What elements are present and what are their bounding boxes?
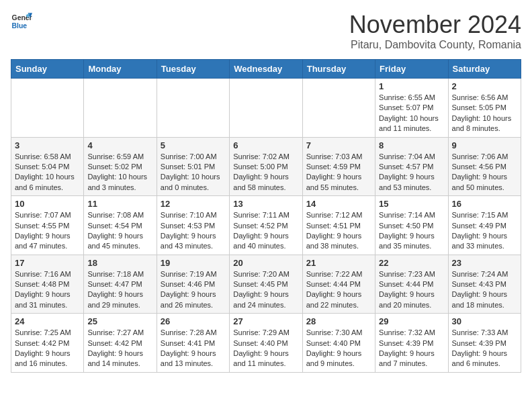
day-header-friday: Friday bbox=[375, 60, 448, 79]
day-info: Sunset: 4:44 PM bbox=[306, 279, 371, 289]
calendar-cell: 3Sunrise: 6:58 AMSunset: 5:04 PMDaylight… bbox=[11, 137, 84, 196]
day-info: Daylight: 10 hours and 11 minutes. bbox=[379, 113, 444, 134]
day-info: Sunrise: 7:12 AM bbox=[306, 210, 371, 220]
calendar-cell: 19Sunrise: 7:19 AMSunset: 4:46 PMDayligh… bbox=[157, 255, 229, 314]
calendar-cell: 14Sunrise: 7:12 AMSunset: 4:51 PMDayligh… bbox=[302, 196, 375, 255]
calendar-cell: 17Sunrise: 7:16 AMSunset: 4:48 PMDayligh… bbox=[11, 255, 84, 314]
day-info: Daylight: 9 hours and 40 minutes. bbox=[233, 231, 298, 252]
day-info: Daylight: 10 hours and 0 minutes. bbox=[161, 172, 226, 193]
day-number: 30 bbox=[452, 316, 517, 326]
day-number: 15 bbox=[379, 199, 444, 209]
calendar-cell: 4Sunrise: 6:59 AMSunset: 5:02 PMDaylight… bbox=[84, 137, 157, 196]
day-header-monday: Monday bbox=[84, 60, 157, 79]
day-info: Sunset: 4:40 PM bbox=[306, 338, 371, 349]
day-number: 27 bbox=[233, 316, 298, 326]
day-info: Daylight: 9 hours and 50 minutes. bbox=[452, 172, 517, 193]
day-header-saturday: Saturday bbox=[448, 60, 521, 79]
calendar-cell: 30Sunrise: 7:33 AMSunset: 4:39 PMDayligh… bbox=[448, 314, 521, 373]
location-title: Pitaru, Dambovita County, Romania bbox=[349, 39, 521, 51]
day-number: 26 bbox=[161, 316, 226, 326]
day-info: Sunset: 4:48 PM bbox=[15, 279, 80, 289]
calendar-cell: 13Sunrise: 7:11 AMSunset: 4:52 PMDayligh… bbox=[230, 196, 302, 255]
calendar-cell bbox=[302, 79, 375, 138]
day-info: Sunrise: 7:25 AM bbox=[15, 328, 80, 338]
day-number: 7 bbox=[306, 140, 371, 150]
day-info: Daylight: 10 hours and 3 minutes. bbox=[87, 172, 152, 193]
day-info: Sunrise: 7:15 AM bbox=[452, 210, 517, 220]
calendar-cell: 27Sunrise: 7:29 AMSunset: 4:40 PMDayligh… bbox=[230, 314, 302, 373]
day-info: Sunrise: 7:24 AM bbox=[452, 269, 517, 279]
days-row: SundayMondayTuesdayWednesdayThursdayFrid… bbox=[11, 60, 521, 79]
calendar-cell: 8Sunrise: 7:04 AMSunset: 4:57 PMDaylight… bbox=[375, 137, 448, 196]
calendar-cell: 26Sunrise: 7:28 AMSunset: 4:41 PMDayligh… bbox=[157, 314, 229, 373]
day-number: 22 bbox=[379, 258, 444, 268]
day-number: 23 bbox=[452, 258, 517, 268]
day-info: Daylight: 9 hours and 6 minutes. bbox=[452, 349, 517, 369]
day-number: 24 bbox=[15, 316, 80, 326]
day-info: Sunrise: 7:23 AM bbox=[379, 269, 444, 279]
day-info: Sunrise: 7:03 AM bbox=[306, 152, 371, 162]
day-info: Daylight: 9 hours and 9 minutes. bbox=[306, 349, 371, 369]
calendar-cell bbox=[157, 79, 229, 138]
day-info: Sunrise: 6:55 AM bbox=[379, 93, 444, 103]
day-info: Sunrise: 7:06 AM bbox=[452, 152, 517, 162]
calendar-cell: 23Sunrise: 7:24 AMSunset: 4:43 PMDayligh… bbox=[448, 255, 521, 314]
calendar-cell: 10Sunrise: 7:07 AMSunset: 4:55 PMDayligh… bbox=[11, 196, 84, 255]
calendar-cell bbox=[230, 79, 302, 138]
day-info: Daylight: 9 hours and 58 minutes. bbox=[233, 172, 298, 193]
day-info: Sunrise: 7:32 AM bbox=[379, 328, 444, 338]
logo-icon: General Blue bbox=[11, 11, 32, 32]
day-info: Sunset: 4:50 PM bbox=[379, 221, 444, 231]
day-number: 20 bbox=[233, 258, 298, 268]
day-info: Sunset: 4:55 PM bbox=[15, 221, 80, 231]
day-info: Sunset: 5:01 PM bbox=[161, 162, 226, 172]
day-info: Daylight: 10 hours and 6 minutes. bbox=[15, 172, 80, 193]
day-info: Sunrise: 7:16 AM bbox=[15, 269, 80, 279]
day-info: Sunset: 4:39 PM bbox=[452, 338, 517, 349]
day-info: Sunset: 4:53 PM bbox=[161, 221, 226, 231]
calendar-cell: 16Sunrise: 7:15 AMSunset: 4:49 PMDayligh… bbox=[448, 196, 521, 255]
day-number: 19 bbox=[161, 258, 226, 268]
day-info: Daylight: 9 hours and 7 minutes. bbox=[379, 349, 444, 369]
day-info: Sunset: 4:43 PM bbox=[452, 279, 517, 289]
calendar-cell bbox=[11, 79, 84, 138]
calendar-cell: 5Sunrise: 7:00 AMSunset: 5:01 PMDaylight… bbox=[157, 137, 229, 196]
day-info: Sunrise: 7:30 AM bbox=[306, 328, 371, 338]
day-info: Daylight: 9 hours and 13 minutes. bbox=[161, 349, 226, 369]
day-info: Sunset: 5:05 PM bbox=[452, 103, 517, 113]
day-info: Sunrise: 7:22 AM bbox=[306, 269, 371, 279]
calendar-cell: 6Sunrise: 7:02 AMSunset: 5:00 PMDaylight… bbox=[230, 137, 302, 196]
svg-text:Blue: Blue bbox=[12, 22, 28, 30]
day-info: Sunrise: 7:07 AM bbox=[15, 210, 80, 220]
day-number: 14 bbox=[306, 199, 371, 209]
day-info: Daylight: 9 hours and 18 minutes. bbox=[452, 289, 517, 310]
day-info: Daylight: 9 hours and 35 minutes. bbox=[379, 231, 444, 252]
calendar-cell: 7Sunrise: 7:03 AMSunset: 4:59 PMDaylight… bbox=[302, 137, 375, 196]
day-number: 9 bbox=[452, 140, 517, 150]
day-info: Sunrise: 7:02 AM bbox=[233, 152, 298, 162]
day-info: Sunrise: 6:58 AM bbox=[15, 152, 80, 162]
day-info: Sunset: 4:42 PM bbox=[15, 338, 80, 349]
day-info: Sunrise: 7:19 AM bbox=[161, 269, 226, 279]
day-info: Sunset: 5:00 PM bbox=[233, 162, 298, 172]
calendar-cell: 29Sunrise: 7:32 AMSunset: 4:39 PMDayligh… bbox=[375, 314, 448, 373]
day-info: Daylight: 9 hours and 45 minutes. bbox=[87, 231, 152, 252]
day-info: Sunset: 4:47 PM bbox=[87, 279, 152, 289]
calendar-cell: 28Sunrise: 7:30 AMSunset: 4:40 PMDayligh… bbox=[302, 314, 375, 373]
day-number: 18 bbox=[87, 258, 152, 268]
day-info: Daylight: 9 hours and 47 minutes. bbox=[15, 231, 80, 252]
calendar-cell: 18Sunrise: 7:18 AMSunset: 4:47 PMDayligh… bbox=[84, 255, 157, 314]
day-number: 5 bbox=[161, 140, 226, 150]
day-info: Daylight: 9 hours and 55 minutes. bbox=[306, 172, 371, 193]
day-info: Daylight: 10 hours and 8 minutes. bbox=[452, 113, 517, 134]
day-info: Sunrise: 7:33 AM bbox=[452, 328, 517, 338]
calendar-week-5: 24Sunrise: 7:25 AMSunset: 4:42 PMDayligh… bbox=[11, 314, 521, 373]
day-number: 3 bbox=[15, 140, 80, 150]
day-info: Daylight: 9 hours and 38 minutes. bbox=[306, 231, 371, 252]
calendar-week-1: 1Sunrise: 6:55 AMSunset: 5:07 PMDaylight… bbox=[11, 79, 521, 138]
calendar-body: 1Sunrise: 6:55 AMSunset: 5:07 PMDaylight… bbox=[11, 79, 521, 373]
day-info: Sunset: 4:44 PM bbox=[379, 279, 444, 289]
day-info: Sunset: 4:59 PM bbox=[306, 162, 371, 172]
day-info: Sunrise: 7:04 AM bbox=[379, 152, 444, 162]
day-header-sunday: Sunday bbox=[11, 60, 84, 79]
